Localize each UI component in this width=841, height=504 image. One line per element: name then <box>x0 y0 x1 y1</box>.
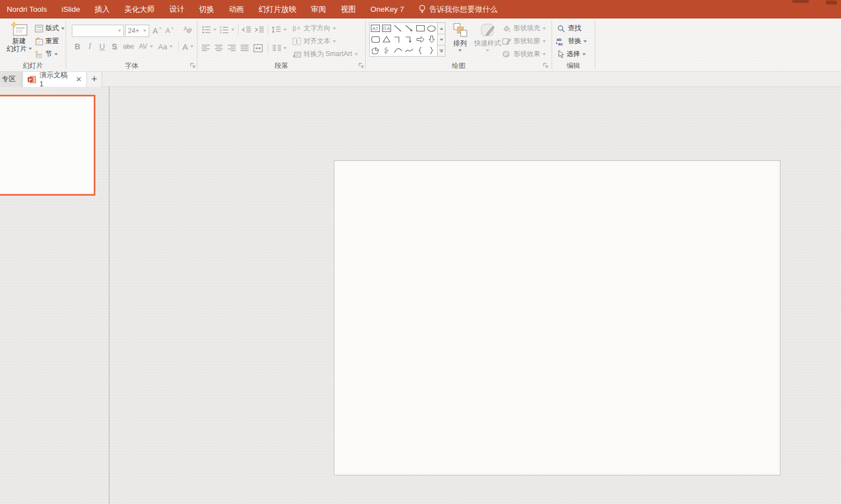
shape-freeform-icon[interactable] <box>370 45 381 56</box>
shape-right-brace-icon[interactable] <box>426 45 437 56</box>
chevron-down-icon <box>583 40 587 43</box>
new-slide-button[interactable]: 新建 幻灯片 <box>4 21 34 53</box>
bullets-button[interactable] <box>202 26 217 34</box>
font-size-combobox[interactable]: 24+ <box>125 25 149 37</box>
bold-button[interactable]: B <box>72 42 83 51</box>
shape-outline-button[interactable]: 形状轮廓 <box>502 35 546 47</box>
select-button[interactable]: 选择 <box>557 48 586 60</box>
shape-curve-icon[interactable] <box>403 45 415 56</box>
strikethrough-button[interactable]: abc <box>121 43 136 50</box>
shrink-font-button[interactable]: A˅ <box>166 25 174 36</box>
menu-tab-onekey7[interactable]: OneKey 7 <box>370 5 404 13</box>
menu-tab-insert[interactable]: 插入 <box>95 4 110 15</box>
justify-button[interactable] <box>241 44 249 52</box>
shape-rounded-rectangle-icon[interactable] <box>370 34 381 45</box>
menu-tab-islide[interactable]: iSlide <box>62 5 80 13</box>
shape-fill-button[interactable]: 形状填充 <box>502 22 546 34</box>
grow-font-button[interactable]: A˄ <box>153 25 162 36</box>
shapes-gallery-scrollbar <box>437 22 445 57</box>
separator <box>238 25 238 35</box>
separator <box>268 25 268 35</box>
align-text-label: 对齐文本 <box>304 36 330 46</box>
shape-arc-icon[interactable] <box>392 45 403 56</box>
clear-formatting-button[interactable]: A <box>182 24 193 35</box>
line-spacing-button[interactable] <box>272 26 287 34</box>
new-slide-icon <box>10 21 28 37</box>
font-group-label: 字体 <box>66 61 197 71</box>
shape-oval-icon[interactable] <box>426 23 437 34</box>
quick-styles-label: 快速样式 <box>474 39 501 47</box>
partial-left-tab[interactable]: 专区 <box>0 72 22 87</box>
increase-indent-button[interactable] <box>255 26 264 34</box>
change-case-button[interactable]: Aa <box>156 43 175 51</box>
font-size-value: 24+ <box>128 27 139 35</box>
menu-tab-animations[interactable]: 动画 <box>229 4 244 15</box>
arrange-button[interactable]: 排列 <box>449 22 471 52</box>
reset-label: 重置 <box>45 36 59 46</box>
align-text-button[interactable]: 对齐文本 <box>292 35 336 47</box>
shape-triangle-icon[interactable] <box>381 34 392 45</box>
close-tab-icon[interactable]: ✕ <box>76 75 82 84</box>
align-center-button[interactable] <box>215 44 223 52</box>
menu-tab-design[interactable]: 设计 <box>169 4 185 15</box>
find-button[interactable]: 查找 <box>557 22 581 34</box>
text-direction-button[interactable]: A 文字方向 <box>292 22 336 34</box>
menu-tab-review[interactable]: 审阅 <box>311 4 326 15</box>
gallery-scroll-up-button[interactable] <box>437 22 445 34</box>
shape-left-brace-icon[interactable] <box>415 45 426 56</box>
svg-text:ac: ac <box>558 41 563 46</box>
shape-effects-button[interactable]: 形状效果 <box>502 48 546 60</box>
shape-text-box-icon[interactable]: A <box>370 23 381 34</box>
slide-editing-canvas[interactable] <box>334 160 780 475</box>
shape-elbow-connector-icon[interactable] <box>392 34 403 45</box>
powerpoint-window: Nordri Tools iSlide 插入 美化大师 设计 切换 动画 幻灯片… <box>0 0 841 504</box>
menu-tab-transitions[interactable]: 切换 <box>199 4 214 15</box>
character-spacing-button[interactable]: AV <box>137 43 155 50</box>
shape-elbow-arrow-connector-icon[interactable] <box>403 34 415 45</box>
drawing-group-label: 绘图 <box>366 61 552 71</box>
shape-right-arrow-icon[interactable] <box>415 34 426 45</box>
ribbon-home: 新建 幻灯片 版式 重置 <box>0 19 841 72</box>
menu-tab-meihua-dashi[interactable]: 美化大师 <box>125 4 155 15</box>
replace-button[interactable]: ab ac 替换 <box>555 35 587 47</box>
decrease-indent-button[interactable] <box>242 26 251 34</box>
panel-splitter[interactable] <box>109 87 109 504</box>
gallery-more-button[interactable] <box>437 45 445 57</box>
chevron-down-icon <box>333 27 336 30</box>
gallery-scroll-down-button[interactable] <box>437 34 445 45</box>
shape-rectangle-icon[interactable] <box>415 23 426 34</box>
chevron-down-icon <box>458 49 462 52</box>
paragraph-group-label: 段落 <box>197 61 365 71</box>
shape-down-arrow-icon[interactable] <box>426 34 437 45</box>
shape-effects-icon <box>502 50 511 58</box>
document-tab-active[interactable]: P 演示文稿1 ✕ <box>22 72 87 87</box>
numbering-button[interactable]: 123 <box>220 26 235 34</box>
layout-icon <box>35 25 43 33</box>
section-button[interactable]: 节 <box>35 48 58 60</box>
convert-smartart-button[interactable]: 转换为 SmartArt <box>292 48 358 60</box>
text-shadow-button[interactable]: S <box>109 42 120 51</box>
slide-thumbnail-selected[interactable] <box>0 95 95 196</box>
menu-tab-view[interactable]: 视图 <box>341 4 356 15</box>
shape-line-arrow-icon[interactable] <box>403 23 415 34</box>
tell-me-box[interactable]: 告诉我你想要做什么 <box>419 4 498 15</box>
layout-button[interactable]: 版式 <box>35 22 65 34</box>
font-name-combobox[interactable] <box>72 25 124 37</box>
underline-button[interactable]: U <box>96 42 108 51</box>
align-left-button[interactable] <box>202 44 210 52</box>
shape-line-icon[interactable] <box>392 23 403 34</box>
shape-scribble-icon[interactable] <box>381 45 392 56</box>
slide-thumbnail-panel[interactable] <box>0 87 109 504</box>
new-document-tab-button[interactable]: + <box>87 72 102 87</box>
italic-button[interactable]: I <box>84 42 95 51</box>
quick-styles-button[interactable]: 快速样式 <box>474 22 502 52</box>
reset-button[interactable]: 重置 <box>35 35 59 47</box>
menu-tab-slideshow[interactable]: 幻灯片放映 <box>259 4 297 15</box>
shape-vertical-text-box-icon[interactable]: A <box>381 23 392 34</box>
menu-tab-nordri-tools[interactable]: Nordri Tools <box>7 5 47 13</box>
align-right-button[interactable] <box>228 44 236 52</box>
distribute-text-button[interactable] <box>254 44 263 52</box>
font-color-button[interactable]: A <box>182 42 194 52</box>
find-label: 查找 <box>568 24 581 33</box>
columns-button[interactable] <box>273 44 287 52</box>
